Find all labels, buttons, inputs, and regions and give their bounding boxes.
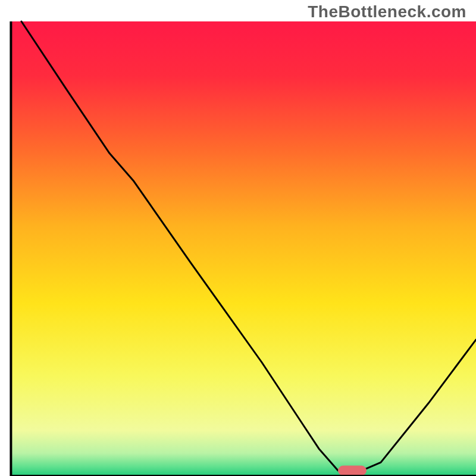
bottleneck-chart: TheBottleneck.com [0,0,476,476]
chart-background [11,21,476,476]
chart-svg [0,0,476,476]
optimal-marker [338,465,367,475]
watermark-text: TheBottleneck.com [308,2,466,21]
